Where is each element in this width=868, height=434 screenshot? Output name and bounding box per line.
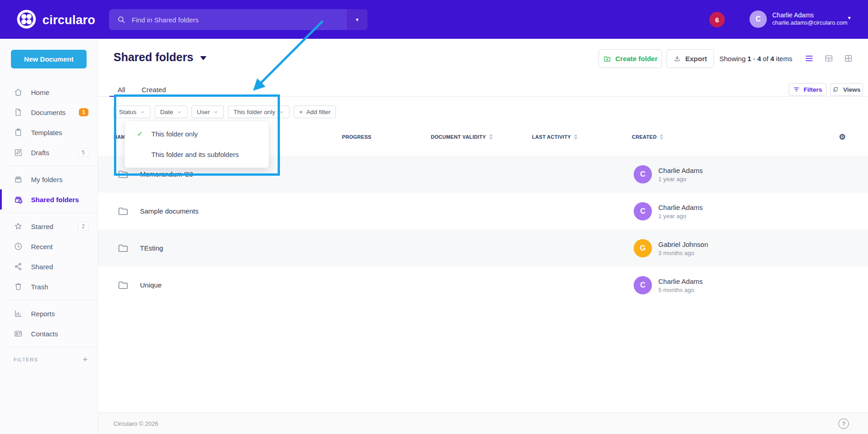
- topbar: circularo ▾ 6 C Charlie Adams charlie.ad…: [0, 0, 868, 39]
- add-filter-plus-icon[interactable]: +: [83, 355, 88, 365]
- sidebar-item-label: Recent: [31, 243, 53, 251]
- sidebar-item-label: Shared: [31, 263, 53, 271]
- sidebar-divider: [7, 213, 98, 213]
- create-folder-button[interactable]: Create folder: [599, 49, 662, 68]
- sidebar-nav: Home Documents 1 Templates Drafts 5 My f…: [0, 82, 98, 369]
- notification-badge[interactable]: 6: [709, 12, 725, 27]
- trash-icon: [14, 282, 23, 291]
- sidebar-item-home[interactable]: Home: [0, 82, 98, 102]
- sidebar-item-drafts[interactable]: Drafts 5: [0, 142, 98, 162]
- title-caret-icon: [200, 56, 207, 60]
- sidebar-divider: [7, 347, 98, 347]
- sidebar-item-contacts[interactable]: Contacts: [0, 324, 98, 344]
- sidebar-item-trash[interactable]: Trash: [0, 277, 98, 297]
- chevron-down-icon: [213, 110, 218, 115]
- sidebar-item-recent[interactable]: Recent: [0, 236, 98, 256]
- plus-icon: +: [299, 109, 303, 115]
- tab-all[interactable]: All: [109, 83, 134, 96]
- folder-icon: [117, 279, 129, 291]
- sidebar-item-starred[interactable]: Starred 2: [0, 216, 98, 236]
- new-document-button[interactable]: New Document: [11, 50, 87, 68]
- folder-icon: [117, 242, 129, 254]
- created-time: 1 year ago: [658, 213, 703, 220]
- column-header-document-validity[interactable]: DOCUMENT VALIDITY: [431, 134, 532, 140]
- views-label: Views: [843, 86, 860, 93]
- table-row[interactable]: Sample documents C Charlie Adams 1 year …: [98, 193, 868, 230]
- table-row[interactable]: Unique C Charlie Adams 5 months ago: [98, 267, 868, 303]
- user-email: charlie.adams@circularo.com: [772, 19, 847, 26]
- folder-name: Sample documents: [140, 207, 198, 215]
- dropdown-option-this-folder-only[interactable]: ✓ This folder only: [125, 124, 269, 144]
- clipboard-icon: [14, 128, 23, 137]
- folder-plus-icon: [603, 55, 611, 63]
- contact-card-icon: [14, 329, 23, 338]
- sort-icon: [574, 134, 578, 140]
- search-input[interactable]: [132, 16, 345, 24]
- documents-count-badge: 1: [79, 108, 88, 116]
- sidebar-item-documents[interactable]: Documents 1: [0, 102, 98, 122]
- list-view-icon[interactable]: [804, 53, 815, 63]
- clock-icon: [14, 242, 23, 251]
- chevron-down-icon: ▾: [356, 16, 358, 23]
- user-avatar[interactable]: C: [749, 10, 767, 28]
- document-icon: [14, 108, 23, 117]
- filters-button[interactable]: Filters: [789, 83, 827, 96]
- home-icon: [14, 88, 23, 97]
- sidebar-item-label: Templates: [31, 129, 62, 136]
- column-header-created[interactable]: CREATED: [632, 134, 839, 140]
- user-menu-caret-icon[interactable]: ▾: [848, 15, 851, 21]
- sort-icon: [489, 134, 493, 140]
- sidebar-item-my-folders[interactable]: My folders: [0, 169, 98, 189]
- star-icon: [14, 222, 23, 231]
- brand-logo[interactable]: circularo: [16, 9, 95, 31]
- sidebar-divider: [7, 300, 98, 300]
- filter-chip-date[interactable]: Date: [155, 105, 187, 118]
- sidebar-filters-section: FILTERS +: [0, 350, 98, 369]
- sidebar-item-shared-folders[interactable]: @ Shared folders: [0, 189, 98, 209]
- sidebar-item-shared[interactable]: Shared: [0, 256, 98, 277]
- export-button[interactable]: Export: [666, 49, 714, 68]
- creator-avatar: C: [634, 202, 652, 220]
- help-icon[interactable]: ?: [838, 418, 849, 429]
- table-row[interactable]: TEsting G Gabriel Johnson 3 months ago: [98, 230, 868, 267]
- sidebar-item-label: Shared folders: [31, 196, 79, 204]
- views-button[interactable]: Views: [830, 83, 863, 96]
- filter-chip-row: Status Date User This folder only + Add …: [114, 105, 336, 118]
- user-menu[interactable]: Charlie Adams charlie.adams@circularo.co…: [772, 11, 847, 26]
- search-scope-dropdown[interactable]: ▾: [347, 9, 367, 30]
- table-settings-gear-icon[interactable]: ⚙: [839, 132, 857, 142]
- filter-funnel-icon: [793, 86, 800, 93]
- chevron-down-icon: [140, 110, 145, 115]
- user-name: Charlie Adams: [772, 11, 847, 19]
- folder-icon: [117, 168, 129, 180]
- sidebar-item-label: Starred: [31, 223, 53, 230]
- created-time: 3 months ago: [658, 250, 708, 256]
- filter-chip-folder-scope[interactable]: This folder only: [228, 105, 289, 118]
- main-content: Shared folders Create folder Export Show…: [98, 39, 868, 434]
- add-filter-chip[interactable]: + Add filter: [294, 105, 336, 118]
- table-view-icon[interactable]: [823, 53, 834, 63]
- sidebar-item-label: Contacts: [31, 330, 58, 338]
- sidebar-item-templates[interactable]: Templates: [0, 122, 98, 142]
- dropdown-option-folder-and-subfolders[interactable]: This folder and its subfolders: [125, 144, 269, 165]
- views-squares-icon: [832, 86, 839, 93]
- creator-name: Charlie Adams: [658, 277, 703, 286]
- grid-view-icon[interactable]: [843, 53, 854, 63]
- folder-scope-dropdown-menu: ✓ This folder only This folder and its s…: [124, 120, 269, 168]
- circularo-logo-icon: [16, 9, 36, 31]
- created-time: 1 year ago: [658, 176, 703, 183]
- filter-chip-user[interactable]: User: [191, 105, 224, 118]
- page-title-dropdown[interactable]: Shared folders: [114, 51, 207, 64]
- column-header-last-activity[interactable]: LAST ACTIVITY: [532, 134, 632, 140]
- sidebar-item-label: Documents: [31, 109, 66, 116]
- create-folder-label: Create folder: [615, 55, 658, 63]
- sidebar-item-reports[interactable]: Reports: [0, 303, 98, 324]
- filter-chip-status[interactable]: Status: [114, 105, 150, 118]
- sidebar-item-label: Home: [31, 89, 49, 96]
- folder-table: Memorandum '23 C Charlie Adams 1 year ag…: [98, 156, 868, 303]
- sort-icon: [660, 134, 663, 140]
- tab-created[interactable]: Created: [134, 83, 174, 96]
- check-icon: ✓: [136, 130, 144, 138]
- brand-name: circularo: [42, 13, 95, 27]
- filters-section-label: FILTERS: [14, 357, 38, 362]
